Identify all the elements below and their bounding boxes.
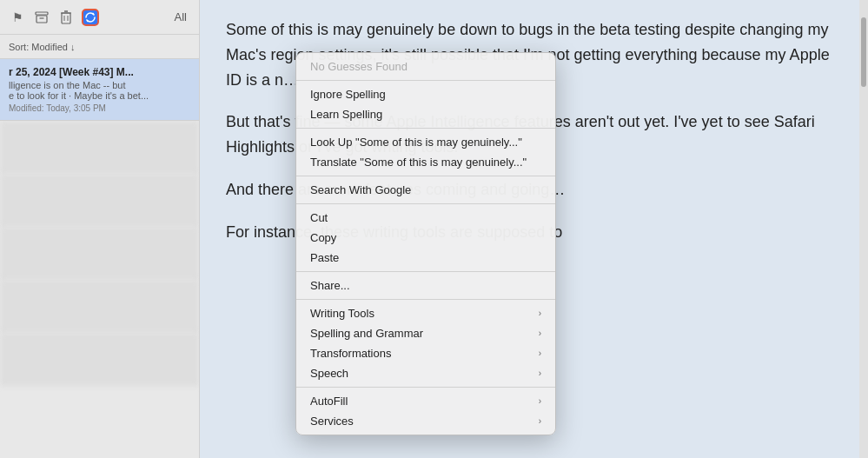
blurred-item	[0, 227, 199, 279]
menu-separator	[296, 128, 555, 129]
menu-item-autofill[interactable]: AutoFill›	[296, 391, 555, 411]
menu-item-translate[interactable]: Translate "Some of this is may genuinely…	[296, 152, 555, 172]
trash-icon[interactable]	[57, 9, 75, 26]
menu-item-label: Translate "Some of this is may genuinely…	[310, 156, 527, 169]
menu-item-learn-spelling[interactable]: Learn Spelling	[296, 104, 555, 124]
archive-icon[interactable]	[33, 9, 50, 26]
sort-label[interactable]: Sort: Modified ↓	[9, 42, 75, 52]
submenu-arrow-icon: ›	[539, 368, 541, 378]
menu-item-label: Ignore Spelling	[310, 88, 386, 101]
item-meta: Modified: Today, 3:05 PM	[9, 103, 190, 113]
menu-item-label: Speech	[310, 367, 348, 380]
menu-item-label: Cut	[310, 211, 328, 224]
sync-icon[interactable]	[82, 9, 99, 26]
menu-item-label: Paste	[310, 251, 339, 264]
sort-bar: Sort: Modified ↓	[0, 35, 199, 59]
scrollbar[interactable]	[859, 0, 868, 458]
blurred-item	[0, 280, 199, 332]
menu-separator	[296, 299, 555, 300]
menu-item-spelling-grammar[interactable]: Spelling and Grammar›	[296, 323, 555, 343]
svg-rect-1	[36, 16, 47, 23]
menu-separator	[296, 203, 555, 204]
submenu-arrow-icon: ›	[539, 348, 541, 358]
submenu-arrow-icon: ›	[539, 396, 541, 406]
svg-rect-3	[62, 13, 70, 23]
menu-item-writing-tools[interactable]: Writing Tools›	[296, 303, 555, 323]
menu-item-label: Writing Tools	[310, 307, 374, 320]
item-preview: lligence is on the Mac -- but e to look …	[9, 80, 190, 101]
menu-item-label: AutoFill	[310, 395, 348, 408]
menu-item-label: Search With Google	[310, 183, 411, 196]
svg-rect-0	[36, 12, 48, 15]
blurred-item	[0, 174, 199, 226]
menu-item-label: No Guesses Found	[310, 60, 407, 73]
menu-item-cut[interactable]: Cut	[296, 208, 555, 228]
active-list-item[interactable]: r 25, 2024 [Week #43] M... lligence is o…	[0, 59, 199, 121]
menu-item-copy[interactable]: Copy	[296, 228, 555, 248]
menu-item-look-up[interactable]: Look Up "Some of this is may genuinely..…	[296, 132, 555, 152]
flag-icon[interactable]: ⚑	[9, 9, 26, 26]
menu-item-label: Learn Spelling	[310, 108, 382, 121]
menu-item-search-google[interactable]: Search With Google	[296, 180, 555, 200]
submenu-arrow-icon: ›	[539, 329, 541, 338]
sidebar-toolbar: ⚑ All	[0, 0, 199, 35]
menu-item-paste[interactable]: Paste	[296, 248, 555, 268]
menu-item-speech[interactable]: Speech›	[296, 363, 555, 383]
menu-item-label: Copy	[310, 231, 336, 244]
blurred-list	[0, 121, 199, 458]
submenu-arrow-icon: ›	[539, 309, 541, 318]
menu-separator	[296, 387, 555, 388]
menu-item-label: Share...	[310, 279, 350, 292]
menu-item-ignore-spelling[interactable]: Ignore Spelling	[296, 84, 555, 104]
menu-item-label: Services	[310, 415, 354, 428]
menu-item-label: Transformations	[310, 347, 391, 360]
blurred-item	[0, 121, 199, 173]
menu-separator	[296, 271, 555, 272]
menu-item-label: Spelling and Grammar	[310, 327, 423, 340]
menu-item-share[interactable]: Share...	[296, 275, 555, 295]
scrollbar-thumb[interactable]	[861, 17, 866, 87]
item-title: r 25, 2024 [Week #43] M...	[9, 66, 190, 78]
menu-separator	[296, 176, 555, 176]
menu-item-services[interactable]: Services›	[296, 411, 555, 431]
menu-item-label: Look Up "Some of this is may genuinely..…	[310, 136, 522, 149]
all-label[interactable]: All	[175, 10, 187, 23]
submenu-arrow-icon: ›	[539, 416, 541, 426]
blurred-item	[0, 333, 199, 385]
menu-item-transformations[interactable]: Transformations›	[296, 343, 555, 363]
sidebar: ⚑ All	[0, 0, 200, 458]
main-content: Some of this is may genuinely be down to…	[200, 0, 859, 458]
context-menu: No Guesses FoundIgnore SpellingLearn Spe…	[295, 52, 556, 435]
menu-item-no-guesses: No Guesses Found	[296, 56, 555, 76]
menu-separator	[296, 80, 555, 81]
